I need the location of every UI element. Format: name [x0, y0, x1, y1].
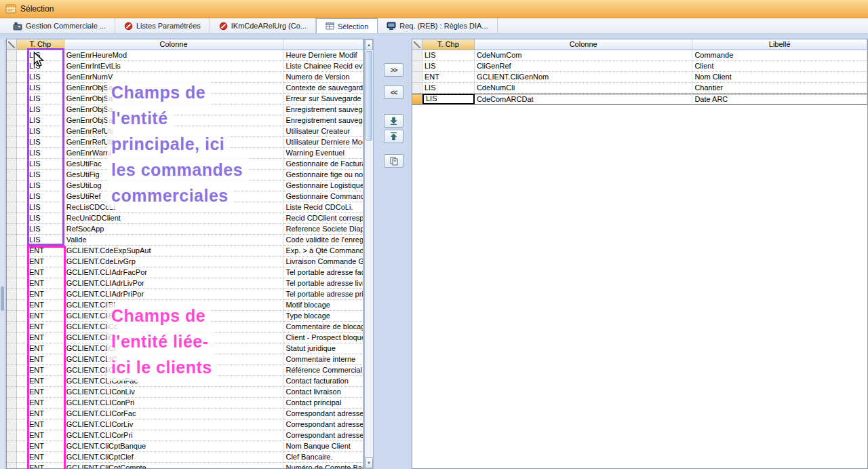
- table-row[interactable]: LISGenEnrRefUtiUtilisateur Derniere Mod: [7, 137, 363, 148]
- table-row[interactable]: LISCdeNumCliChantier: [412, 83, 867, 94]
- left-edge-scroll-thumb[interactable]: [1, 286, 4, 311]
- table-row[interactable]: LISGesUtiRefGestionnaire Commande: [7, 191, 363, 202]
- table-row[interactable]: LISGenEnrWarniWarning Eventuel: [7, 148, 363, 159]
- table-row[interactable]: LISGenEnrObjSaErreur sur Sauvegarde c: [7, 94, 363, 105]
- tab-listes-param-tr-es[interactable]: Listes Paramétrées: [115, 18, 210, 33]
- table-row[interactable]: ENTGCLIENT.CLIAdrPriPorTel portable adre…: [7, 289, 363, 300]
- table-row[interactable]: ENTGCLIENT.CliCcClient - Prospect bloqué: [7, 333, 363, 343]
- column-header[interactable]: [283, 39, 363, 50]
- table-cell: Type blocage: [283, 311, 363, 322]
- row-indicator: [7, 267, 17, 278]
- table-cell: Commentaire de blocage: [283, 322, 363, 333]
- table-cell: GenEnrObjSa: [64, 83, 284, 94]
- remove-all-button[interactable]: <<: [384, 86, 403, 99]
- table-cell: ENT: [17, 246, 64, 257]
- corner-selector[interactable]: [412, 39, 422, 50]
- table-cell: Liste Recid CDCoLi.: [283, 202, 363, 213]
- corner-selector[interactable]: [7, 39, 17, 50]
- table-row[interactable]: LISGesUtiLogGestionnaire Logistique: [7, 181, 363, 191]
- column-header[interactable]: T. Chp: [422, 39, 475, 50]
- table-row[interactable]: ENTGCLIENT.CliCptBanqueNom Banque Client: [7, 441, 363, 452]
- table-cell: ENT: [17, 343, 64, 354]
- table-row[interactable]: LISCliGenRefClient: [412, 61, 867, 72]
- tab-ikmcdearelurg-co[interactable]: IKmCdeARelUrg (Co...: [210, 18, 316, 33]
- panel-titlebar[interactable]: Sélection: [0, 0, 868, 18]
- table-row[interactable]: LISGenEnrObjSaEnregistrement sauvega: [7, 115, 363, 126]
- table-row[interactable]: LISRefSocAppReference Societe Diap: [7, 224, 363, 235]
- table-row[interactable]: ENTGCLIENT.CdeLivGrpLivraison Commande G…: [7, 257, 363, 267]
- table-row[interactable]: ENTGCLIENT.CliClStatut juridique: [7, 343, 363, 354]
- table-row[interactable]: ENTGCLIENT.CLICorPriCorrespondant adress…: [7, 430, 363, 441]
- table-row[interactable]: LISValideCode validite de l'enregi: [7, 235, 363, 246]
- table-row[interactable]: LISRecLisCDCoLiListe Recid CDCoLi.: [7, 202, 363, 213]
- scroll-down-icon[interactable]: ▼: [365, 457, 373, 468]
- table-row[interactable]: LISGesUtiFigGestionnaire fige ou nor: [7, 170, 363, 181]
- table-row[interactable]: ENTGCLIENT.CLIConFacContact facturation: [7, 376, 363, 387]
- table-row[interactable]: LISRecUniCDClientRecid CDClient correspo: [7, 213, 363, 224]
- column-header[interactable]: T. Chp: [17, 39, 64, 50]
- table-row[interactable]: LISGenEnrNumVNumero de Version: [7, 72, 363, 83]
- tab-gestion-commerciale[interactable]: Gestion Commerciale ...: [4, 18, 115, 33]
- tab-bar: Gestion Commerciale ...Listes Paramétrée…: [0, 18, 868, 34]
- table-cell: ENT: [17, 333, 64, 343]
- table-row[interactable]: ENTGCLIENT.CLICCommentaire interne: [7, 354, 363, 365]
- add-all-button[interactable]: >>: [384, 63, 403, 77]
- scroll-up-icon[interactable]: ▲: [365, 39, 373, 50]
- table-row[interactable]: ENTGCLIENT.CliCptClefClef Bancaire.: [7, 452, 363, 463]
- table-cell: ENT: [17, 311, 64, 322]
- table-cell: Reference Societe Diap: [283, 224, 363, 235]
- row-indicator: [7, 246, 17, 257]
- table-cell: ENT: [422, 72, 475, 83]
- table-cell: GCLIENT.CliCc: [64, 365, 284, 376]
- tab-label: Listes Paramétrées: [136, 22, 201, 30]
- table-cell: LIS: [17, 224, 64, 235]
- table-row[interactable]: ENTGCLIENT.CLIAdrLivPorTel portable adre…: [7, 278, 363, 289]
- table-row[interactable]: LISGenEnrObjSaContexte de sauvegarde: [7, 83, 363, 94]
- table-cell: CdeComARCDat: [475, 94, 693, 105]
- red-circle-icon: [219, 22, 228, 31]
- column-header[interactable]: Colonne: [475, 39, 693, 50]
- table-row[interactable]: ENTGCLIENT.CdeExpSupAutExp. > à Qté Comm…: [7, 246, 363, 257]
- table-row[interactable]: LISCdeNumComCommande: [412, 50, 867, 61]
- tab-s-lection[interactable]: Sélection: [316, 18, 378, 33]
- table-row[interactable]: LISGenEnrObjSaEnregistrement sauvega: [7, 105, 363, 115]
- table-row[interactable]: LISGenEnrHeureModHeure Derniere Modif: [7, 50, 363, 61]
- table-cell: GCLIENT.CLIConPri: [64, 398, 284, 409]
- table-row[interactable]: ENTGCLIENT.CliCcRéférence Commercial: [7, 365, 363, 376]
- table-cell: Référence Commercial: [283, 365, 363, 376]
- scroll-thumb[interactable]: [366, 51, 372, 140]
- table-cell: Numéro de Compte Ban: [283, 463, 363, 469]
- table-row[interactable]: ENTGCLIENT.CLIAdrFacPorTel portable adre…: [7, 267, 363, 278]
- move-down-button[interactable]: [384, 114, 403, 128]
- left-table-scrollbar[interactable]: ▲ ▼: [364, 39, 374, 469]
- table-cell: GesUtiFig: [64, 170, 284, 181]
- table-cell: ENT: [17, 322, 64, 333]
- table-cell: Contexte de sauvegarde: [283, 83, 363, 94]
- table-row[interactable]: ENTGCLIENT.CliGenNomNom Client: [412, 72, 867, 83]
- table-cell: Enregistrement sauvega: [283, 115, 363, 126]
- table-row[interactable]: ENTGCLIENT.CliCcCommentaire de blocage: [7, 322, 363, 333]
- table-row[interactable]: LISCdeComARCDatDate ARC: [412, 94, 867, 105]
- column-header[interactable]: Colonne: [64, 39, 284, 50]
- table-row[interactable]: ENTGCLIENT.CliCptCompteNuméro de Compte …: [7, 463, 363, 469]
- table-row[interactable]: ENTGCLIENT.CLIConPriContact principal: [7, 398, 363, 409]
- table-row[interactable]: LISGesUtiFacGestionnaire de Factura: [7, 159, 363, 170]
- tab-req-reb-r-gles-dia[interactable]: Req. (REB) : Règles DIA...: [378, 18, 497, 33]
- table-cell: Warning Eventuel: [283, 148, 363, 159]
- left-edge-scrollbar[interactable]: [0, 39, 5, 469]
- table-row[interactable]: LISGenEnrRefUtiUtilisateur Createur: [7, 126, 363, 137]
- column-header[interactable]: Libellé: [692, 39, 867, 50]
- table-row[interactable]: ENTGCLIENT.CliBlMotif blocage: [7, 300, 363, 311]
- table-cell: RefSocApp: [64, 224, 284, 235]
- table-row[interactable]: ENTGCLIENT.CLICorFacCorrespondant adress…: [7, 409, 363, 419]
- table-cell: LIS: [17, 94, 64, 105]
- copy-button[interactable]: [384, 154, 403, 168]
- table-row[interactable]: ENTGCLIENT.CLICorLivCorrespondant adress…: [7, 419, 363, 430]
- row-indicator: [7, 61, 17, 72]
- table-row[interactable]: ENTGCLIENT.CliBlType blocage: [7, 311, 363, 322]
- table-cell: GCLIENT.CliCc: [64, 322, 284, 333]
- table-cell: ENT: [17, 289, 64, 300]
- table-row[interactable]: LISGenEnrIntEvtLisListe Chainee Recid ev…: [7, 61, 363, 72]
- table-row[interactable]: ENTGCLIENT.CLIConLivContact livraison: [7, 387, 363, 398]
- move-up-button[interactable]: [384, 130, 403, 143]
